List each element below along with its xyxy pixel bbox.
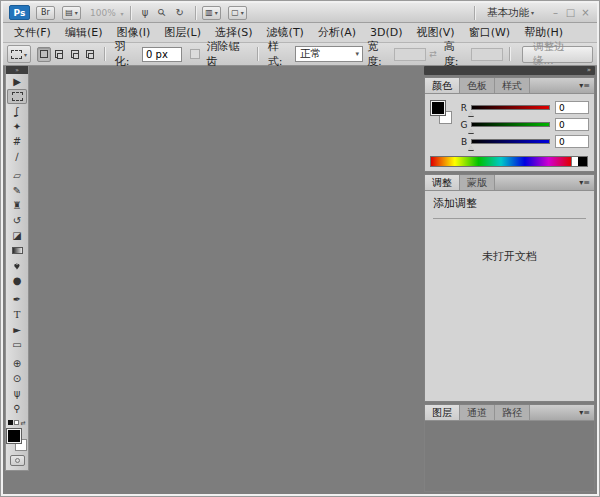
blue-value-input[interactable] [555, 135, 589, 148]
tab-styles[interactable]: 样式 [495, 78, 530, 93]
rectangular-marquee-icon [12, 92, 23, 101]
menu-analysis[interactable]: 分析(A) [311, 23, 363, 42]
zoom-level-dropdown[interactable]: 100% ▾ [90, 8, 124, 18]
zoom-tool[interactable]: ⚲ [6, 401, 28, 416]
red-slider[interactable] [471, 105, 550, 110]
tab-layers[interactable]: 图层 [425, 405, 460, 420]
blue-channel-row: B [459, 133, 589, 150]
eyedropper-tool[interactable]: ∕ [6, 149, 28, 164]
tab-color[interactable]: 颜色 [425, 78, 460, 93]
color-spectrum-ramp[interactable] [430, 156, 588, 167]
3d-rotate-tool[interactable]: ⊕ [6, 356, 28, 371]
spectrum-black-swatch[interactable] [578, 157, 587, 166]
launch-bridge-button[interactable]: Br [36, 6, 55, 20]
layers-panel-content[interactable] [425, 421, 594, 491]
move-tool[interactable]: ▶ [6, 74, 28, 89]
hand-icon: ψ [14, 388, 21, 399]
antialias-checkbox[interactable] [190, 49, 200, 59]
intersect-selection-button[interactable] [83, 47, 97, 62]
red-slider-marker[interactable] [468, 111, 474, 116]
menu-edit[interactable]: 编辑(E) [58, 23, 110, 42]
spot-healing-brush-tool[interactable]: ▱ [6, 168, 28, 183]
dodge-icon: ● [13, 275, 22, 286]
chevron-down-icon: ▾ [241, 9, 244, 16]
type-tool[interactable]: T [6, 307, 28, 322]
hand-tool[interactable]: ψ [6, 386, 28, 401]
tab-masks[interactable]: 蒙版 [460, 175, 495, 190]
panel-menu-icon[interactable]: ▾≡ [579, 405, 594, 420]
menu-layer[interactable]: 图层(L) [157, 23, 208, 42]
pen-icon: ✒ [13, 294, 21, 305]
green-value-input[interactable] [555, 118, 589, 131]
dodge-tool[interactable]: ● [6, 273, 28, 288]
canvas-area[interactable] [30, 66, 424, 494]
tool-preset-button[interactable]: ▾ [7, 45, 31, 63]
rectangle-tool[interactable]: ▭ [6, 337, 28, 352]
width-input [394, 48, 426, 61]
foreground-color-swatch[interactable] [431, 101, 445, 115]
zoom-tool-icon[interactable]: ⚲ [158, 7, 165, 18]
tab-channels[interactable]: 通道 [460, 405, 495, 420]
adjustments-panel-tabbar: 调整 蒙版 ▾≡ [425, 175, 594, 191]
maximize-button[interactable]: □ [563, 7, 578, 18]
spectrum-gradient[interactable] [431, 157, 571, 166]
width-label: 宽度: [367, 39, 391, 69]
menu-file[interactable]: 文件(F) [7, 23, 58, 42]
green-slider-marker[interactable] [468, 128, 474, 133]
pen-tool[interactable]: ✒ [6, 292, 28, 307]
clone-stamp-icon: ♜ [13, 200, 22, 211]
toolbox: » ▶ ʆ ✦ # ∕ ▱ ✎ ♜ ↺ ◪ ♠ ● ✒ T ► ▭ [5, 66, 29, 471]
green-slider[interactable] [471, 122, 550, 127]
view-extras-button[interactable]: ▤ ▾ [62, 6, 81, 20]
rectangular-marquee-tool[interactable] [7, 89, 27, 104]
rotate-view-icon[interactable]: ↻ [176, 7, 184, 18]
blue-slider[interactable] [471, 139, 550, 144]
add-to-selection-button[interactable] [52, 47, 66, 62]
path-selection-tool[interactable]: ► [6, 322, 28, 337]
adjustments-panel: 调整 蒙版 ▾≡ 添加调整 未打开文档 [424, 174, 595, 402]
arrange-documents-button[interactable]: ▥ ▾ [202, 6, 221, 20]
lasso-tool[interactable]: ʆ [6, 104, 28, 119]
tab-adjustments[interactable]: 调整 [425, 175, 460, 190]
eraser-tool[interactable]: ◪ [6, 228, 28, 243]
dock-collapse-strip[interactable]: » [424, 66, 595, 75]
blue-slider-marker[interactable] [468, 145, 474, 150]
workspace-switcher[interactable]: 基本功能 ▾ [481, 6, 540, 20]
blur-tool[interactable]: ♠ [6, 258, 28, 273]
tab-swatches[interactable]: 色板 [460, 78, 495, 93]
3d-orbit-tool[interactable]: ⊙ [6, 371, 28, 386]
style-dropdown[interactable]: 正常 ▾ [295, 46, 363, 62]
hand-tool-icon[interactable]: ψ [142, 7, 149, 18]
new-selection-button[interactable] [37, 47, 51, 62]
foreground-color-swatch[interactable] [7, 429, 21, 443]
3d-rotate-icon: ⊕ [13, 358, 21, 369]
quick-selection-icon: ✦ [13, 121, 21, 132]
refine-edge-button[interactable]: 调整边缘... [522, 46, 593, 63]
default-colors-bg-icon [14, 420, 19, 425]
history-brush-tool[interactable]: ↺ [6, 213, 28, 228]
panel-menu-icon[interactable]: ▾≡ [579, 78, 594, 93]
tab-paths[interactable]: 路径 [495, 405, 530, 420]
panel-menu-icon[interactable]: ▾≡ [579, 175, 594, 190]
toolbox-collapse-strip[interactable]: » [6, 66, 28, 74]
toolbox-column: » ▶ ʆ ✦ # ∕ ▱ ✎ ♜ ↺ ◪ ♠ ● ✒ T ► ▭ [3, 66, 30, 494]
height-input [471, 48, 503, 61]
gradient-tool[interactable] [6, 243, 28, 258]
feather-input[interactable] [142, 47, 182, 62]
default-and-swap-colors[interactable]: ⇄ [6, 418, 28, 427]
screen-mode-button[interactable]: ▢ ▾ [228, 6, 247, 20]
quick-mask-button[interactable] [10, 455, 25, 466]
subtract-from-selection-button[interactable] [67, 47, 81, 62]
clone-stamp-tool[interactable]: ♜ [6, 198, 28, 213]
brush-tool[interactable]: ✎ [6, 183, 28, 198]
minimize-button[interactable]: – [548, 7, 563, 18]
spectrum-white-swatch[interactable] [571, 157, 578, 166]
red-value-input[interactable] [555, 101, 589, 114]
panel-dock: » 颜色 色板 样式 ▾≡ [424, 66, 595, 492]
close-button[interactable]: × [578, 7, 593, 18]
chevron-down-icon: ▾ [531, 9, 534, 16]
color-panel: 颜色 色板 样式 ▾≡ R [424, 77, 595, 172]
crop-tool[interactable]: # [6, 134, 28, 149]
quick-selection-tool[interactable]: ✦ [6, 119, 28, 134]
menu-window[interactable]: 窗口(W) [462, 23, 517, 42]
